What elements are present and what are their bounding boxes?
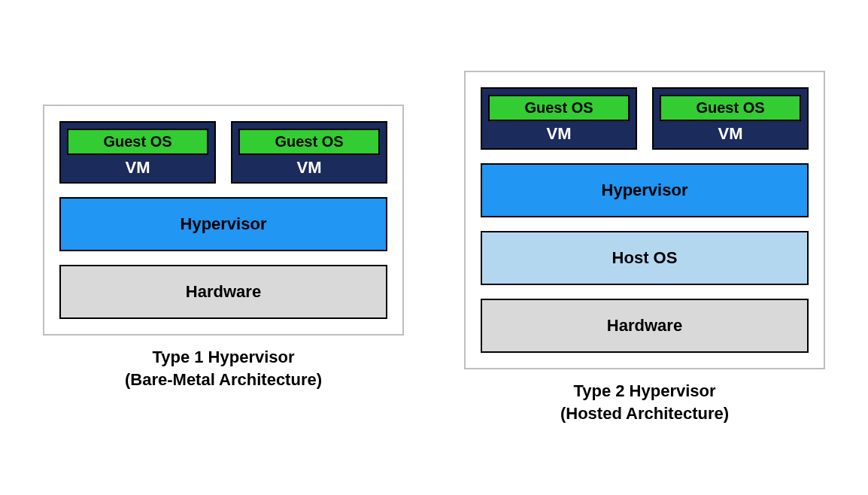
guest-os-label: Guest OS (660, 95, 801, 121)
vm-label: VM (547, 121, 572, 144)
vm-label: VM (126, 155, 150, 178)
hardware-label: Hardware (186, 282, 261, 302)
type1-diagram: Hardware Hypervisor Guest OS VM Guest OS… (43, 105, 404, 336)
type2-diagram: Hardware Host OS Hypervisor Guest OS VM … (464, 71, 825, 369)
type1-vm-box-0: Guest OS VM (59, 121, 216, 184)
type2-vm-box-1: Guest OS VM (652, 87, 809, 150)
hardware-label: Hardware (607, 316, 682, 336)
type2-hostos-layer: Host OS (481, 231, 809, 285)
caption-line2: (Hosted Architecture) (560, 402, 729, 425)
type2-hypervisor-layer: Hypervisor (481, 163, 809, 217)
host-os-label: Host OS (612, 248, 678, 268)
vm-label: VM (718, 121, 743, 144)
guest-os-label: Guest OS (488, 95, 630, 121)
caption-line2: (Bare-Metal Architecture) (125, 369, 322, 391)
type2-column: Hardware Host OS Hypervisor Guest OS VM … (464, 71, 825, 424)
guest-os-label: Guest OS (238, 129, 380, 155)
type1-hardware-layer: Hardware (59, 265, 387, 319)
type1-caption: Type 1 Hypervisor (Bare-Metal Architectu… (125, 346, 322, 390)
caption-line1: Type 2 Hypervisor (560, 380, 729, 402)
type1-hypervisor-layer: Hypervisor (59, 197, 387, 251)
hypervisor-label: Hypervisor (181, 214, 267, 234)
type2-hardware-layer: Hardware (481, 299, 809, 353)
type2-vm-box-0: Guest OS VM (481, 87, 637, 150)
hypervisor-label: Hypervisor (602, 181, 688, 200)
type2-vm-row: Guest OS VM Guest OS VM (481, 87, 809, 150)
type1-column: Hardware Hypervisor Guest OS VM Guest OS… (43, 105, 404, 390)
vm-label: VM (297, 155, 322, 178)
type2-caption: Type 2 Hypervisor (Hosted Architecture) (560, 380, 729, 424)
type1-vm-box-1: Guest OS VM (231, 121, 387, 184)
type1-vm-row: Guest OS VM Guest OS VM (59, 121, 387, 184)
caption-line1: Type 1 Hypervisor (125, 346, 322, 369)
guest-os-label: Guest OS (67, 129, 208, 155)
